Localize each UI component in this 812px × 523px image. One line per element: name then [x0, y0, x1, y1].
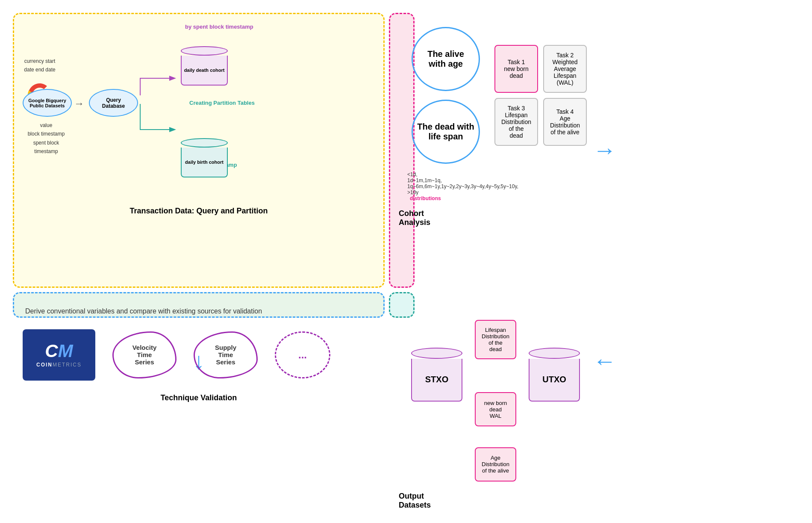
- ellipsis-cloud: ...: [275, 331, 330, 378]
- cm-letters: CM: [45, 342, 73, 360]
- by-spent-label: by spent block timestamp: [185, 24, 253, 30]
- technique-panel-title: Technique Validation: [23, 393, 375, 402]
- age-dist-box: Age Distribution of the alive: [475, 447, 516, 482]
- technique-panel: Derive conventional variables and compar…: [13, 292, 385, 318]
- task1-box: Task 1 new born dead: [494, 45, 538, 93]
- lifespan-dist-box: Lifespan Distribution of the dead: [475, 320, 516, 359]
- bigquery-ellipse: Google BigqueryPublic Datasets: [23, 89, 72, 117]
- cohort-panel: The alive with age The dead with life sp…: [389, 13, 415, 288]
- technique-description: Derive conventional variables and compar…: [23, 302, 375, 321]
- supply-cloud: Supply Time Series: [194, 331, 258, 378]
- transaction-panel-title: Transaction Data: Query and Partition: [23, 207, 375, 216]
- death-cohort-cylinder: daily death cohort: [181, 46, 228, 86]
- task2-box: Task 2 Weighted Average Lifespan (WAL): [543, 45, 587, 93]
- birth-cohort-cylinder: daily birth cohort: [181, 138, 228, 177]
- output-panel: STXO Lifespan Distribution of the dead U…: [389, 292, 415, 318]
- partition-label: Creating Partition Tables: [189, 100, 255, 106]
- technique-shapes-row: CM COIN METRICS Velocity Time Series Sup…: [23, 325, 375, 385]
- stxo-cylinder: STXO: [405, 348, 469, 402]
- utxo-cylinder: UTXO: [522, 348, 586, 402]
- coinmetrics-logo: CM COIN METRICS: [23, 329, 95, 381]
- velocity-cloud: Velocity Time Series: [112, 331, 177, 378]
- cohort-tasks: Task 1 new born dead Task 2 Weighted Ave…: [494, 45, 587, 146]
- bottom-source-labels: valueblock timestampspent block timestam…: [23, 121, 70, 156]
- dead-with-lifespan-circle: The dead with life span: [412, 100, 480, 164]
- task4-box: Task 4 Age Distribution of the alive: [543, 98, 587, 146]
- cohort-panel-title: Cohort Analysis: [399, 209, 405, 227]
- cohort-circles: The alive with age The dead with life sp…: [403, 27, 488, 164]
- top-source-labels: currency start date end date: [23, 57, 57, 74]
- arrow-to-query: →: [74, 98, 84, 109]
- new-born-dead-wal-box: new born dead WAL: [475, 392, 516, 426]
- task3-box: Task 3 Lifespan Distribution of the dead: [494, 98, 538, 146]
- distributions-label: distributions: [410, 195, 441, 201]
- output-panel-title: Output Datasets: [399, 492, 405, 510]
- transaction-panel: by spent block timestamp by block timest…: [13, 13, 385, 288]
- brand-line: COIN METRICS: [36, 362, 82, 368]
- alive-with-age-circle: The alive with age: [412, 27, 480, 91]
